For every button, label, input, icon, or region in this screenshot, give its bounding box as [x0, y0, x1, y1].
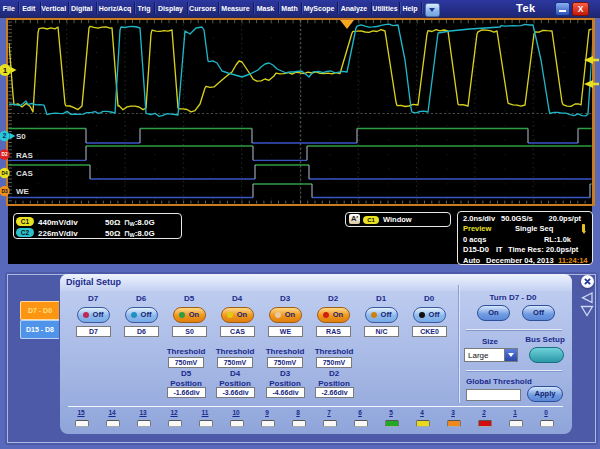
svg-text:RAS: RAS [16, 151, 34, 160]
svg-text:D2: D2 [1, 152, 7, 157]
svg-text:D4: D4 [1, 171, 7, 176]
svg-text:1: 1 [3, 66, 8, 75]
svg-text:S0: S0 [16, 132, 26, 141]
svg-text:CAS: CAS [16, 169, 34, 178]
svg-text:WE: WE [16, 187, 30, 196]
svg-text:2: 2 [3, 132, 7, 139]
svg-text:D3: D3 [1, 189, 7, 194]
